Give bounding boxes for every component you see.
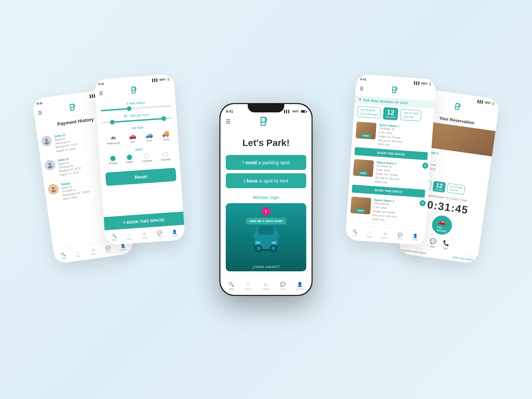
find-label: find xyxy=(229,288,233,291)
filter-phone: 9:41 ▌▌▌ WiFi 🔋 ☰ 4 mile radius xyxy=(94,74,185,245)
nav-active[interactable]: ⊙ active xyxy=(382,231,388,239)
chat-action[interactable]: 💬 chat xyxy=(429,238,437,248)
view-button[interactable]: VIEW xyxy=(361,134,371,138)
nav-faves[interactable]: ☆ faves xyxy=(367,230,373,238)
profile-label: profile xyxy=(296,288,304,291)
svg-point-2 xyxy=(45,141,50,145)
status-time: 9:41 xyxy=(37,101,43,105)
nav-profile[interactable]: 👤 profile xyxy=(120,243,127,251)
menu-icon[interactable]: ☰ xyxy=(99,90,103,96)
radio-private[interactable] xyxy=(110,156,116,161)
suv-icon: 🚙 xyxy=(145,131,153,139)
chat-icon: 💬 xyxy=(157,230,162,235)
nav-active[interactable]: ⊙ active xyxy=(141,231,148,239)
menu-icon[interactable]: ☰ xyxy=(38,110,43,116)
nav-label: chat xyxy=(398,237,402,240)
nav-label: active xyxy=(382,236,388,239)
slider-thumb-left[interactable] xyxy=(110,120,115,125)
call-action[interactable]: 📞 call xyxy=(442,240,450,250)
nav-chat[interactable]: 💬 chat xyxy=(157,230,162,238)
nav-chat[interactable]: 💬 chat xyxy=(105,245,111,253)
radio-covered[interactable] xyxy=(144,153,150,159)
app-content: Let's Park! I need a parking spot I have… xyxy=(220,130,312,277)
radio-security[interactable] xyxy=(163,152,168,158)
svg-point-18 xyxy=(255,241,261,244)
menu-icon[interactable]: ☰ xyxy=(226,118,230,125)
find-me-button[interactable]: FIND ME A SPOT NOW! xyxy=(246,218,286,224)
space-detail: 134 Butler St.5 min. driveSingle Car, Pr… xyxy=(372,201,424,225)
other-section: other Private Public Covered xyxy=(104,145,175,166)
radio-public[interactable] xyxy=(127,155,132,160)
need-spot-button[interactable]: I need a parking spot xyxy=(226,155,306,170)
svg-point-17 xyxy=(271,246,275,250)
hours-num: 12 xyxy=(387,109,395,116)
slider-thumb-right[interactable] xyxy=(161,116,166,121)
have-text: a spot to rent xyxy=(259,178,289,184)
nav-label: find xyxy=(353,234,357,237)
motorcycle-type[interactable]: 🏍 Motorcycle xyxy=(106,134,120,145)
nav-chat[interactable]: 💬 chat xyxy=(280,282,286,291)
nav-profile[interactable]: 👤 profile xyxy=(412,233,419,241)
find-icon: 🔍 xyxy=(112,233,117,238)
nav-find[interactable]: 🔍 find xyxy=(61,252,66,260)
active-icon: ⊙ xyxy=(264,282,268,287)
covered-option[interactable]: Covered xyxy=(142,153,152,163)
edit-reservation-link[interactable]: Edit reservation xyxy=(453,255,473,262)
status-icons: ▌▌▌ WiFi 🔋 xyxy=(414,81,432,86)
nav-find[interactable]: 🔍 find xyxy=(112,233,117,241)
nav-label: chat xyxy=(158,235,162,238)
parken-logo xyxy=(260,116,270,127)
find-icon: 🔍 xyxy=(352,229,358,234)
status-icons: ▌▌▌ WiFi 🔋 xyxy=(152,77,170,82)
nav-chat[interactable]: 💬 chat xyxy=(397,232,403,240)
faves-icon: ☆ xyxy=(368,230,372,235)
status-time: 9:41 xyxy=(226,109,233,113)
spaces-list: VIEW Space Name 1 134 Butler St.5 min. d… xyxy=(346,119,433,230)
nav-profile[interactable]: 👤 profile xyxy=(171,229,178,237)
svg-point-5 xyxy=(52,187,55,190)
reset-button[interactable]: Reset xyxy=(105,168,176,186)
view-button[interactable]: VIEW xyxy=(358,171,368,175)
arrived-button[interactable]: 🚗 I'veArrived xyxy=(431,214,453,236)
nav-active[interactable]: ⊙ active xyxy=(262,282,269,291)
hours-box: 12 HOURS xyxy=(383,107,398,120)
app-logo xyxy=(130,86,139,96)
menu-icon[interactable]: ☰ xyxy=(359,85,364,91)
private-option[interactable]: Private xyxy=(108,156,117,165)
slider-thumb[interactable] xyxy=(127,106,132,111)
truck-icon: 🚚 xyxy=(162,130,169,138)
suv-type[interactable]: 🚙 SUV xyxy=(145,131,153,142)
car-type-row: 🏍 Motorcycle 🚗 Car 🚙 SUV 🚚 Truck xyxy=(102,130,174,146)
avatar xyxy=(41,135,53,147)
security-option[interactable]: Security xyxy=(160,152,171,162)
book-bar-text: ≡ BOOK THIS SPACE! xyxy=(123,217,165,225)
nav-profile[interactable]: 👤 profile xyxy=(296,282,304,291)
battery-icon xyxy=(301,110,306,113)
nav-faves[interactable]: ☆ faves xyxy=(75,249,81,257)
nav-faves[interactable]: ☆ faves xyxy=(245,282,251,291)
car-type[interactable]: 🚗 Car xyxy=(129,132,137,144)
public-option[interactable]: Public xyxy=(126,154,134,164)
private-label: Private xyxy=(109,162,117,165)
nav-find[interactable]: 🔍 find xyxy=(228,282,234,291)
faves-icon: ☆ xyxy=(246,282,250,287)
need-bold: need xyxy=(245,160,257,165)
cancel-reservation-link[interactable]: cancel reservation xyxy=(402,248,427,255)
member-login-link[interactable]: Member login xyxy=(253,195,279,200)
faves-icon: ☆ xyxy=(76,250,80,255)
truck-type[interactable]: 🚚 Truck xyxy=(162,130,170,141)
view-button[interactable]: VIEW xyxy=(355,208,366,213)
active-icon: ⊙ xyxy=(143,231,146,236)
chat-icon: 💬 xyxy=(105,245,111,251)
nav-active[interactable]: ⊙ active xyxy=(90,247,97,255)
chat-icon: 💬 xyxy=(398,232,403,237)
have-spot-button[interactable]: I have a spot to rent xyxy=(226,173,306,188)
motorcycle-label: Motorcycle xyxy=(107,141,120,145)
nav-label: chat xyxy=(106,250,111,253)
space-detail: 134 Butler St.5 min. driveSingle Car, Pr… xyxy=(375,164,427,187)
spaces-phone: 9:41 ▌▌▌ WiFi 🔋 ☰ 📍 Park Slope, Brooklyn… xyxy=(345,74,436,245)
nav-faves[interactable]: ☆ faves xyxy=(126,232,132,240)
space-detail: 134 Butler St.5 min. driveSingle Car, Pr… xyxy=(378,126,430,150)
nav-find[interactable]: 🔍 find xyxy=(352,229,357,237)
hours-label: HOURS xyxy=(385,115,395,119)
